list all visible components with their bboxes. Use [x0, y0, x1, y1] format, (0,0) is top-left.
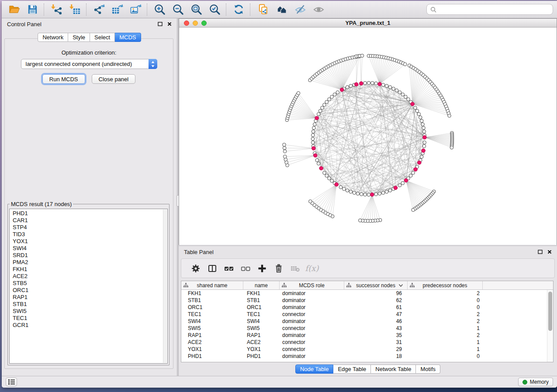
- mcds-result-item[interactable]: SWI5: [13, 308, 167, 315]
- result-list-scrollbar[interactable]: [163, 210, 167, 363]
- column-header-predecessor-nodes[interactable]: predecessor nodes: [408, 281, 483, 289]
- zoom-fit-button[interactable]: [188, 2, 204, 17]
- network-node[interactable]: [317, 162, 320, 165]
- mcds-result-item[interactable]: ACE2: [13, 273, 167, 280]
- mcds-node[interactable]: [411, 102, 415, 106]
- mcds-result-item[interactable]: STB1: [13, 301, 167, 308]
- table-cell[interactable]: dominator: [280, 318, 344, 325]
- table-cell[interactable]: connector: [280, 311, 344, 318]
- network-node[interactable]: [412, 208, 415, 212]
- column-header-shared-name[interactable]: shared name: [181, 281, 243, 289]
- table-row[interactable]: FKH1FKH1dominator962: [181, 290, 547, 297]
- network-node[interactable]: [403, 62, 407, 66]
- table-cell[interactable]: TEC1: [181, 311, 243, 318]
- mcds-result-item[interactable]: SRD1: [13, 252, 167, 259]
- network-node[interactable]: [311, 137, 315, 141]
- network-node[interactable]: [414, 106, 417, 110]
- table-row[interactable]: SWI5SWI5connector431: [181, 325, 547, 332]
- network-node[interactable]: [315, 158, 319, 162]
- table-cell[interactable]: ORC1: [243, 304, 280, 311]
- table-cell[interactable]: 1: [408, 346, 483, 353]
- mcds-node[interactable]: [313, 154, 317, 158]
- network-node[interactable]: [321, 106, 324, 110]
- network-node[interactable]: [311, 141, 315, 144]
- table-cell[interactable]: 35: [344, 332, 408, 339]
- table-cell[interactable]: 1: [408, 339, 483, 346]
- table-cell[interactable]: RAP1: [243, 332, 280, 339]
- table-cell[interactable]: ACE2: [181, 339, 243, 346]
- tab-mcds[interactable]: MCDS: [115, 33, 141, 42]
- table-cell[interactable]: 2: [408, 318, 483, 325]
- mcds-result-item[interactable]: GCR1: [13, 322, 167, 329]
- network-node[interactable]: [381, 191, 385, 195]
- table-cell[interactable]: 0: [408, 297, 483, 304]
- scrollbar-thumb[interactable]: [548, 292, 552, 331]
- table-cell[interactable]: SWI4: [243, 318, 280, 325]
- network-node[interactable]: [422, 130, 426, 133]
- function-builder-button[interactable]: f(x): [304, 261, 320, 276]
- column-header-MCDS-role[interactable]: MCDS role: [280, 281, 344, 289]
- table-cell[interactable]: YOX1: [243, 346, 280, 353]
- mcds-result-item[interactable]: FKH1: [13, 266, 167, 273]
- tab-network-table[interactable]: Network Table: [371, 364, 416, 374]
- network-graph[interactable]: [179, 28, 557, 245]
- table-cell[interactable]: PHD1: [243, 353, 280, 360]
- network-node[interactable]: [360, 54, 364, 58]
- table-cell[interactable]: ACE2: [243, 339, 280, 346]
- network-node[interactable]: [313, 123, 317, 126]
- network-node[interactable]: [356, 192, 360, 196]
- mcds-node[interactable]: [360, 82, 363, 86]
- network-node[interactable]: [385, 84, 388, 88]
- column-header-name[interactable]: name: [243, 281, 280, 289]
- memory-button[interactable]: Memory: [518, 378, 553, 386]
- tab-style[interactable]: Style: [68, 33, 90, 42]
- table-row[interactable]: STB1STB1dominator620: [181, 297, 547, 304]
- add-column-button[interactable]: [254, 261, 270, 276]
- network-node[interactable]: [367, 193, 370, 196]
- table-cell[interactable]: PHD1: [181, 353, 243, 360]
- table-cell[interactable]: STB1: [181, 297, 243, 304]
- mcds-result-item[interactable]: PMA2: [13, 259, 167, 266]
- tab-select[interactable]: Select: [90, 33, 115, 42]
- table-cell[interactable]: connector: [280, 339, 344, 346]
- network-node[interactable]: [346, 86, 349, 89]
- network-node[interactable]: [398, 184, 401, 187]
- control-panel-close-button[interactable]: [167, 22, 172, 26]
- window-minimize-button[interactable]: [193, 21, 198, 26]
- network-node[interactable]: [330, 95, 334, 99]
- save-session-button[interactable]: [24, 2, 40, 17]
- table-panel-float-button[interactable]: [538, 250, 543, 254]
- network-node[interactable]: [325, 100, 329, 104]
- table-row[interactable]: RAP1RAP1dominator352: [181, 332, 547, 339]
- network-node[interactable]: [311, 134, 315, 137]
- network-node[interactable]: [420, 155, 423, 158]
- network-node[interactable]: [448, 114, 451, 117]
- search-box[interactable]: [426, 4, 553, 15]
- column-layout-button[interactable]: [204, 261, 221, 276]
- mcds-node[interactable]: [423, 135, 427, 139]
- mcds-node[interactable]: [414, 168, 418, 172]
- network-node[interactable]: [450, 146, 453, 149]
- network-node[interactable]: [349, 190, 353, 193]
- network-node[interactable]: [312, 126, 316, 130]
- table-row[interactable]: SWI4SWI4dominator462: [181, 318, 547, 325]
- table-cell[interactable]: SWI4: [181, 318, 243, 325]
- network-node[interactable]: [353, 191, 356, 195]
- network-node[interactable]: [415, 109, 419, 113]
- table-row[interactable]: YOX1YOX1connector291: [181, 346, 547, 353]
- window-close-button[interactable]: [184, 21, 189, 26]
- mcds-node[interactable]: [394, 186, 398, 190]
- first-neighbors-button[interactable]: [274, 2, 290, 17]
- network-node[interactable]: [420, 119, 423, 123]
- table-row[interactable]: ACE2ACE2connector311: [181, 339, 547, 346]
- table-cell[interactable]: connector: [280, 325, 344, 332]
- mcds-node[interactable]: [422, 149, 426, 153]
- network-node[interactable]: [330, 179, 334, 182]
- table-cell[interactable]: dominator: [280, 290, 344, 297]
- table-panel-close-button[interactable]: [547, 250, 552, 254]
- table-scrollbar[interactable]: [547, 290, 553, 362]
- network-node[interactable]: [388, 189, 392, 192]
- import-table-button[interactable]: [67, 2, 83, 17]
- table-cell[interactable]: 96: [344, 290, 408, 297]
- network-node[interactable]: [363, 193, 367, 196]
